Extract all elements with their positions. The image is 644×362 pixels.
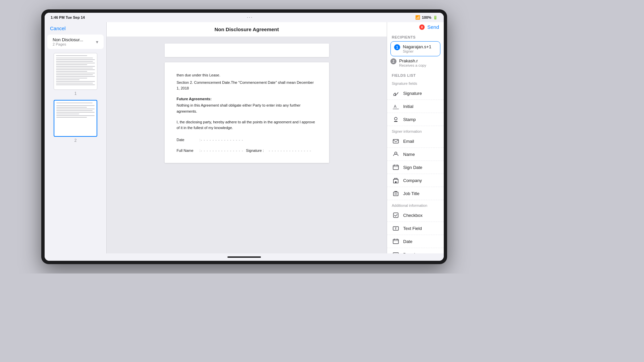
thumb-image-1 <box>54 53 97 90</box>
company-icon <box>392 176 400 184</box>
additional-info-label: Additional information <box>387 201 444 209</box>
sidebar: Cancel Non Disclosur... 2 Pages ▾ <box>45 22 107 253</box>
field-sign-date[interactable]: Sign Date <box>387 161 444 174</box>
recipients-section-label: RECIPIENTS <box>387 32 444 41</box>
doc-line2: Section 2. Commencement Date.The "Commen… <box>177 80 317 92</box>
svg-rect-4 <box>394 121 397 122</box>
recipient-role-2: Receives a copy <box>399 63 426 67</box>
document-main: Non Disclosure Agreement then due under … <box>107 22 387 253</box>
svg-rect-5 <box>393 139 398 143</box>
doc-page-2: then due under this Lease. Section 2. Co… <box>165 62 329 163</box>
field-company[interactable]: Company <box>387 174 444 187</box>
field-text-field[interactable]: T Text Field <box>387 222 444 235</box>
doc-fullname-label: Full Name <box>177 148 197 153</box>
recipient-name-1: Nagarajan.s+1 <box>403 44 431 49</box>
signer-info-label: Signer information <box>387 127 444 135</box>
field-label-checkbox: Checkbox <box>403 213 423 218</box>
doc-fullname-dashes: :- - - - - - - - - - - - - - - <box>200 148 244 153</box>
field-date[interactable]: Date <box>387 235 444 248</box>
sidebar-header: Cancel <box>45 22 106 35</box>
doc-pages: 2 Pages <box>53 42 83 46</box>
doc-name: Non Disclosur... <box>53 37 83 42</box>
field-label-stamp: Stamp <box>403 117 416 122</box>
bottom-bar <box>45 253 444 261</box>
field-job-title[interactable]: Job Title <box>387 187 444 200</box>
email-icon <box>392 137 400 145</box>
stamp-icon <box>392 115 400 123</box>
page-number-2: 2 <box>74 138 77 143</box>
document-entry[interactable]: Non Disclosur... 2 Pages ▾ <box>47 35 104 49</box>
field-label-date: Date <box>403 239 412 244</box>
field-signature[interactable]: Signature <box>387 87 444 100</box>
thumb-image-2 <box>54 100 97 137</box>
right-scroll-area[interactable]: RECIPIENTS 1 Nagarajan.s+1 Signer 2 <box>387 32 444 253</box>
recipient-item-1: 1 Nagarajan.s+1 Signer <box>394 44 437 53</box>
recipient-num-2: 2 <box>390 58 396 64</box>
svg-rect-19 <box>393 239 398 244</box>
recipient-card-1[interactable]: 1 Nagarajan.s+1 Signer <box>390 41 440 56</box>
doc-closing: I, the disclosing party, hereby adhere t… <box>177 119 317 131</box>
field-stamp[interactable]: Stamp <box>387 113 444 126</box>
doc-info: Non Disclosur... 2 Pages <box>53 37 83 46</box>
signature-icon <box>392 89 400 97</box>
field-label-initial: Initial <box>403 104 413 109</box>
sign-date-icon <box>392 163 400 171</box>
field-label-signature: Signature <box>403 91 422 96</box>
home-indicator <box>227 256 261 258</box>
battery-level: 100% <box>422 15 431 19</box>
doc-future-text: Nothing in this Agreement shall obligate… <box>177 103 317 114</box>
svg-rect-16 <box>393 213 398 218</box>
text-field-icon: T <box>392 224 400 232</box>
svg-point-3 <box>394 117 397 120</box>
right-header: 0 Send <box>387 22 444 32</box>
field-checkbox[interactable]: Checkbox <box>387 209 444 222</box>
field-label-company: Company <box>403 178 422 183</box>
svg-text:A: A <box>394 104 396 109</box>
thumbnail-page-1[interactable]: 1 <box>54 53 97 96</box>
svg-rect-12 <box>395 181 396 183</box>
svg-rect-7 <box>393 165 398 170</box>
field-email[interactable]: Email <box>387 135 444 148</box>
name-icon <box>392 150 400 158</box>
status-bar: 1:46 PM Tue Sep 14 ··· 📶 100% 🔋 <box>45 13 444 22</box>
doc-name-sig-row: Full Name :- - - - - - - - - - - - - - -… <box>177 148 317 153</box>
svg-rect-13 <box>393 192 398 196</box>
doc-date-row: Date :- - - - - - - - - - - - - - - <box>177 138 317 142</box>
field-label-text-field: Text Field <box>403 226 422 231</box>
recipient-info-2: Prakash.r Receives a copy <box>399 58 426 67</box>
page-number-1: 1 <box>74 91 77 96</box>
doc-signature-dashes: - - - - - - - - - - - - - - - <box>269 148 311 153</box>
field-dropdown[interactable]: Dropdown <box>387 248 444 253</box>
date-icon <box>392 237 400 245</box>
doc-title: Non Disclosure Agreement <box>215 26 279 32</box>
field-initial[interactable]: A Initial <box>387 100 444 113</box>
recipient-info-1: Nagarajan.s+1 Signer <box>403 44 431 53</box>
document-scroll-area[interactable]: then due under this Lease. Section 2. Co… <box>107 37 387 253</box>
doc-date-label: Date <box>177 138 197 142</box>
field-label-sign-date: Sign Date <box>403 165 422 170</box>
right-panel: 0 Send RECIPIENTS 1 Nagarajan.s+1 Signer <box>387 22 444 253</box>
field-label-job-title: Job Title <box>403 191 419 196</box>
wifi-icon: 📶 <box>415 15 420 20</box>
doc-date-dashes: :- - - - - - - - - - - - - - - <box>200 138 244 142</box>
cancel-button[interactable]: Cancel <box>50 25 66 31</box>
field-label-email: Email <box>403 139 414 144</box>
notification-badge: 0 <box>419 24 425 30</box>
recipient-name-2: Prakash.r <box>399 58 426 63</box>
recipient-item-2[interactable]: 2 Prakash.r Receives a copy <box>390 58 440 67</box>
doc-page-header <box>165 44 329 57</box>
status-time: 1:46 PM Tue Sep 14 <box>51 15 85 19</box>
page-thumbnails: 1 <box>45 49 106 147</box>
signature-fields-label: Signature fields <box>387 79 444 87</box>
field-name[interactable]: Name <box>387 148 444 161</box>
recipient-role-1: Signer <box>403 49 431 53</box>
dropdown-icon <box>392 250 400 253</box>
job-title-icon <box>392 189 400 197</box>
checkbox-icon <box>392 211 400 219</box>
svg-text:T: T <box>395 227 397 230</box>
field-label-name: Name <box>403 152 415 157</box>
doc-line1: then due under this Lease. <box>177 72 317 78</box>
fields-section-label: FIELDS LIST <box>387 70 444 79</box>
thumbnail-page-2[interactable]: 2 <box>54 100 97 143</box>
send-button[interactable]: Send <box>427 24 439 30</box>
